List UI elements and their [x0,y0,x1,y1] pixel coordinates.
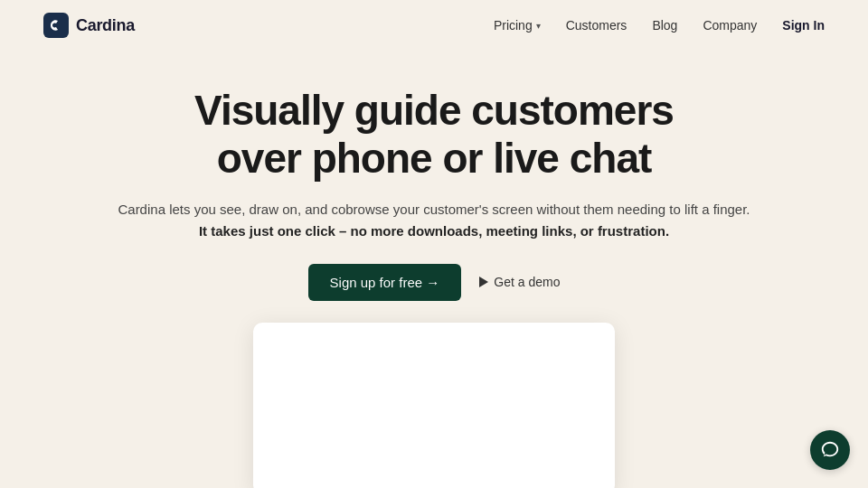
product-video[interactable] [253,323,615,488]
nav-pricing[interactable]: Pricing ▾ [494,18,541,33]
demo-link[interactable]: Get a demo [479,275,560,289]
play-icon [479,277,488,287]
logo-link[interactable]: Cardina [43,13,135,38]
chat-icon [820,440,840,460]
nav-customers[interactable]: Customers [566,18,627,33]
logo-text: Cardina [76,16,135,35]
hero-title: Visually guide customers over phone or l… [18,87,850,183]
nav-blog[interactable]: Blog [652,18,677,33]
hero-subtitle: Cardina lets you see, draw on, and cobro… [18,199,850,242]
chevron-down-icon: ▾ [536,21,541,31]
signup-button[interactable]: Sign up for free → [308,264,462,301]
chat-button[interactable] [810,430,850,470]
svg-rect-0 [43,13,69,38]
nav-company[interactable]: Company [703,18,757,33]
navbar: Cardina Pricing ▾ Customers Blog Company… [0,0,868,51]
signin-button[interactable]: Sign In [782,18,825,33]
hero-section: Visually guide customers over phone or l… [0,51,868,488]
nav-links: Pricing ▾ Customers Blog Company Sign In [494,18,825,33]
logo-icon [43,13,69,38]
hero-cta: Sign up for free → Get a demo [18,264,850,301]
